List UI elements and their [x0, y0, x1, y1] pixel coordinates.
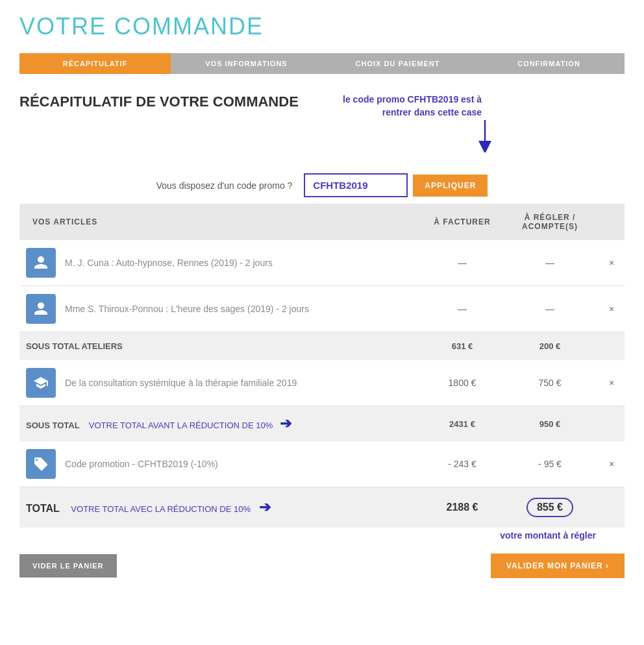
cart-table: VOS ARTICLES À FACTURER À RÉGLER / ACOMP… [19, 204, 625, 528]
promo-row: Vous disposez d'un code promo ? APPLIQUE… [19, 162, 625, 204]
item-regler: — [501, 240, 599, 286]
subtotal-facturer: 631 € [423, 332, 501, 361]
arrow-right-icon: ➔ [280, 415, 291, 432]
promo-input[interactable] [304, 173, 408, 197]
total-row: TOTAL votre total avec la réduction de 1… [19, 487, 625, 528]
promo-facturer: - 243 € [423, 441, 501, 487]
promo-annotation: le code promo CFHTB2019 est àrentrer dan… [343, 93, 482, 119]
item-regler: — [501, 286, 599, 332]
col-header-facturer: À FACTURER [423, 204, 501, 240]
subtotal-main-label: SOUS TOTAL votre total avant la réductio… [19, 406, 423, 442]
item-name: De la consultation systémique à la théra… [65, 378, 297, 388]
promo-regler: - 95 € [501, 441, 599, 487]
table-row: M. J. Cuna : Auto-hypnose, Rennes (2019)… [19, 240, 625, 286]
person-icon [26, 294, 56, 324]
apply-promo-button[interactable]: APPLIQUER [413, 175, 488, 197]
item-facturer: — [423, 286, 501, 332]
table-row: Mme S. Thiroux-Ponnou : L'heure des sage… [19, 286, 625, 332]
step-confirmation[interactable]: CONFIRMATION [473, 53, 625, 74]
promo-code-row: Code promotion - CFHTB2019 (-10%) - 243 … [19, 441, 625, 487]
item-facturer: 1800 € [423, 360, 501, 406]
total-circled-value: 855 € [526, 498, 573, 517]
table-row: De la consultation systémique à la théra… [19, 360, 625, 406]
arrow-right-icon: ➔ [259, 499, 271, 515]
bottom-annotation: votre montant à régler [19, 530, 625, 541]
col-header-del [599, 204, 625, 240]
subtotal-regler: 950 € [501, 406, 599, 442]
subtotal-regler: 200 € [501, 332, 599, 361]
steps-bar: RÉCAPITULATIF VOS INFORMATIONS CHOIX DU … [19, 53, 625, 74]
step-informations[interactable]: VOS INFORMATIONS [171, 53, 322, 74]
section-title: RÉCAPITULATIF DE VOTRE COMMANDE [19, 93, 299, 110]
total-facturer: 2188 € [423, 487, 501, 528]
delete-item-button[interactable]: × [599, 360, 625, 406]
tag-icon [26, 449, 56, 479]
total-label: TOTAL votre total avec la réduction de 1… [19, 487, 423, 528]
person-icon [26, 248, 56, 278]
subtotal-row: SOUS TOTAL votre total avant la réductio… [19, 406, 625, 442]
step-recapitulatif[interactable]: RÉCAPITULATIF [19, 53, 171, 74]
step-paiement[interactable]: CHOIX DU PAIEMENT [322, 53, 473, 74]
col-header-regler: À RÉGLER / ACOMPTE(S) [501, 204, 599, 240]
total-promo-text: votre total avec la réduction de 10% [71, 504, 251, 514]
arrow-down-icon [472, 120, 498, 152]
total-regler: 855 € [501, 487, 599, 528]
promo-code-name: Code promotion - CFHTB2019 (-10%) [65, 459, 218, 469]
item-regler: 750 € [501, 360, 599, 406]
item-name: M. J. Cuna : Auto-hypnose, Rennes (2019)… [65, 258, 273, 268]
delete-promo-button[interactable]: × [599, 441, 625, 487]
delete-item-button[interactable]: × [599, 286, 625, 332]
item-facturer: — [423, 240, 501, 286]
promo-label: Vous disposez d'un code promo ? [156, 180, 293, 191]
subtotal-promo-text: votre total avant la réduction de 10% [89, 420, 273, 430]
validate-cart-button[interactable]: VALIDER MON PANIER › [491, 554, 625, 578]
footer-buttons: VIDER LE PANIER VALIDER MON PANIER › [19, 554, 625, 578]
delete-item-button[interactable]: × [599, 240, 625, 286]
empty-cart-button[interactable]: VIDER LE PANIER [19, 554, 117, 578]
subtotal-label: SOUS TOTAL ATELIERS [19, 332, 423, 361]
page-title: VOTRE COMMANDE [19, 13, 625, 40]
col-header-article: VOS ARTICLES [19, 204, 423, 240]
item-name: Mme S. Thiroux-Ponnou : L'heure des sage… [65, 304, 309, 314]
subtotal-ateliers-row: SOUS TOTAL ATELIERS 631 € 200 € [19, 332, 625, 361]
graduation-icon [26, 368, 56, 398]
subtotal-facturer: 2431 € [423, 406, 501, 442]
